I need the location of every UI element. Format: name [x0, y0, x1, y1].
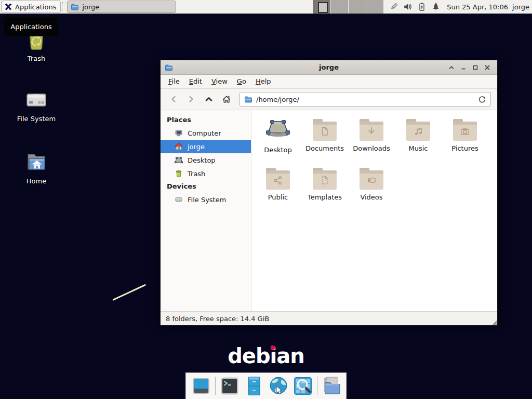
- sidebar: Places Computer jorge Desktop Trash Devi…: [161, 110, 251, 311]
- sidebar-header-devices: Devices: [161, 180, 251, 193]
- shade-button[interactable]: [445, 61, 457, 73]
- desktop-icon-filesystem[interactable]: File System: [13, 87, 60, 123]
- file-item-downloads[interactable]: Downloads: [348, 117, 395, 166]
- panel-handle[interactable]: [62, 2, 65, 11]
- home-icon: [175, 142, 183, 151]
- refresh-icon[interactable]: [478, 95, 486, 103]
- up-button[interactable]: [200, 91, 218, 107]
- menubar: File Edit View Go Help: [161, 75, 497, 89]
- sidebar-item-label: jorge: [188, 143, 205, 151]
- file-item-desktop[interactable]: Desktop: [255, 117, 301, 166]
- system-tray: [389, 2, 441, 11]
- path-bar[interactable]: /home/jorge/: [240, 92, 491, 107]
- home-button[interactable]: [218, 91, 235, 107]
- home-folder-icon: [24, 150, 49, 175]
- file-item-documents[interactable]: Documents: [301, 117, 348, 166]
- file-item-pictures[interactable]: Pictures: [442, 117, 488, 166]
- path-text[interactable]: /home/jorge/: [256, 96, 474, 103]
- menu-help[interactable]: Help: [251, 75, 276, 88]
- toolbar: /home/jorge/: [161, 89, 497, 110]
- applications-tooltip: Applications: [4, 17, 58, 36]
- resize-grip[interactable]: [493, 321, 497, 325]
- status-text: 8 folders, Free space: 14.4 GiB: [166, 315, 269, 323]
- sidebar-item-label: Desktop: [188, 156, 216, 164]
- file-item-label: Documents: [305, 144, 344, 152]
- file-item-label: Desktop: [264, 146, 292, 154]
- file-item-public[interactable]: Public: [255, 166, 301, 215]
- workspace-window-preview: [318, 2, 328, 13]
- terminal-launcher[interactable]: [219, 376, 240, 396]
- desktop-icon-label: Home: [26, 177, 46, 185]
- folder-template-icon: [313, 170, 337, 190]
- file-item-label: Music: [409, 144, 428, 152]
- sidebar-item-label: File System: [188, 196, 226, 204]
- debian-logo-text: deb: [228, 344, 270, 368]
- file-item-label: Public: [268, 193, 288, 201]
- taskbar-window-label: jorge: [82, 3, 99, 11]
- folder-document-icon: [313, 122, 337, 141]
- folder-icon: [244, 95, 252, 103]
- sidebar-item-label: Computer: [188, 129, 221, 137]
- sidebar-item-jorge[interactable]: jorge: [161, 140, 251, 153]
- sidebar-item-label: Trash: [188, 170, 205, 178]
- maximize-button[interactable]: [469, 61, 481, 73]
- show-desktop-button[interactable]: [191, 376, 211, 396]
- back-button[interactable]: [165, 91, 182, 107]
- folder-camera-icon: [453, 122, 477, 141]
- tooltip-text: Applications: [10, 23, 51, 31]
- sidebar-item-filesystem[interactable]: File System: [161, 193, 251, 206]
- drive-icon: [24, 87, 49, 112]
- user-menu[interactable]: jorge: [512, 3, 529, 11]
- file-item-label: Pictures: [451, 144, 478, 152]
- menu-edit[interactable]: Edit: [184, 75, 207, 88]
- forward-button[interactable]: [182, 91, 200, 107]
- applications-menu-label: Applications: [15, 3, 56, 11]
- file-item-music[interactable]: Music: [395, 117, 442, 166]
- desktop-icon-home[interactable]: Home: [13, 150, 60, 185]
- sidebar-item-computer[interactable]: Computer: [161, 126, 251, 140]
- workspace-4[interactable]: [366, 0, 384, 14]
- sidebar-item-desktop[interactable]: Desktop: [161, 153, 251, 167]
- sidebar-item-trash[interactable]: Trash: [161, 167, 251, 180]
- minimize-button[interactable]: [457, 61, 469, 73]
- menu-go[interactable]: Go: [232, 75, 251, 88]
- peripheral-icon[interactable]: [389, 2, 398, 11]
- workspace-2[interactable]: [331, 0, 349, 14]
- taskbar-window-button[interactable]: jorge: [67, 1, 176, 13]
- debian-logo-text: an: [276, 344, 304, 368]
- file-item-videos[interactable]: Videos: [348, 166, 395, 215]
- battery-icon[interactable]: [417, 2, 427, 11]
- computer-icon: [175, 129, 183, 137]
- applications-menu-button[interactable]: Applications: [1, 1, 61, 13]
- menu-file[interactable]: File: [164, 75, 184, 88]
- file-item-label: Templates: [308, 193, 342, 201]
- directory-menu-launcher[interactable]: [321, 376, 342, 396]
- folder-icon: [71, 3, 79, 11]
- statusbar: 8 folders, Free space: 14.4 GiB: [161, 311, 497, 325]
- workspace-switcher[interactable]: [313, 0, 384, 14]
- desktop-icon-label: File System: [17, 115, 56, 123]
- titlebar[interactable]: jorge: [161, 60, 497, 75]
- wallpaper-line: [112, 284, 146, 301]
- folder-download-icon: [360, 122, 383, 141]
- desktop-special-icon: [265, 117, 290, 142]
- close-button[interactable]: [481, 61, 493, 73]
- file-manager-launcher[interactable]: [244, 376, 264, 396]
- application-finder-launcher[interactable]: [292, 376, 313, 396]
- dock-separator: [215, 377, 216, 395]
- clock[interactable]: Sun 25 Apr, 10:06: [447, 3, 508, 11]
- folder-share-icon: [266, 170, 290, 190]
- debian-logo: debian: [0, 344, 532, 368]
- file-item-templates[interactable]: Templates: [301, 166, 348, 215]
- workspace-1[interactable]: [313, 0, 331, 14]
- notifications-bell-icon[interactable]: [431, 2, 441, 11]
- volume-icon[interactable]: [403, 2, 413, 11]
- workspace-3[interactable]: [349, 0, 366, 14]
- trash-icon: [175, 169, 183, 178]
- file-view[interactable]: Desktop Documents Downloads Music Pictur…: [251, 110, 497, 311]
- drive-icon: [175, 195, 183, 204]
- web-browser-launcher[interactable]: [268, 376, 289, 396]
- top-panel: Applications jorge Sun 25 Apr, 10:06 jor…: [0, 0, 532, 14]
- desktop-icon: [175, 156, 183, 164]
- menu-view[interactable]: View: [207, 75, 232, 88]
